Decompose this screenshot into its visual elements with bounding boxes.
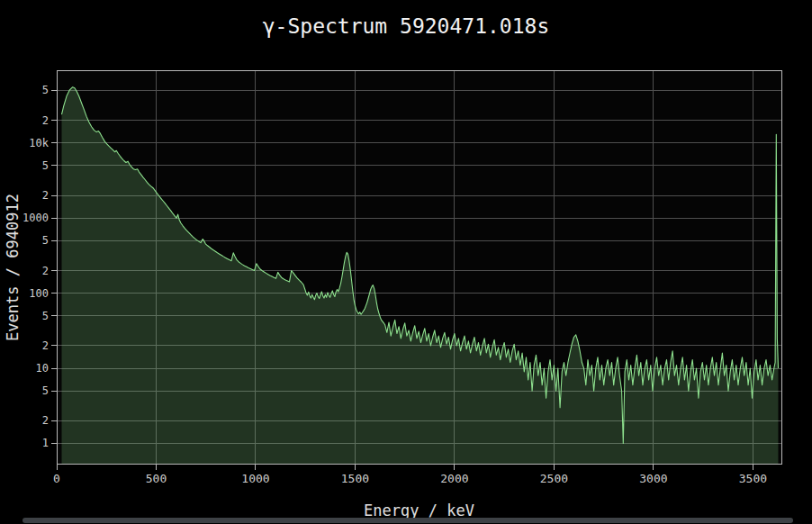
y-tick-label: 2 [42,114,49,127]
y-tick-label: 10k [29,137,49,149]
y-tick-label: 5 [42,384,49,397]
y-tick-label: 100 [29,287,49,300]
x-tick-label: 1000 [241,472,269,485]
y-tick-label: 2 [42,189,49,202]
y-tick-label: 1 [42,437,49,449]
y-tick-label: 2 [42,339,49,352]
x-tick-label: 2000 [440,472,468,485]
x-tick-label: 0 [53,472,60,485]
y-tick-label: 10 [36,362,49,375]
x-tick-label: 2500 [540,472,568,485]
x-tick-label: 1500 [341,472,369,485]
x-tick-label: 500 [146,472,167,485]
horizontal-scrollbar-thumb[interactable] [23,518,793,523]
y-tick-label: 1000 [23,212,49,224]
y-axis-title: Events / 6940912 [4,194,22,341]
y-tick-label: 5 [42,234,49,247]
y-tick-label: 5 [42,310,49,322]
y-tick-label: 2 [42,265,49,277]
spectrum-plot[interactable]: 0500100015002000250030003500125102510025… [0,0,812,524]
x-axis-title: Energy / keV [57,501,781,519]
y-tick-label: 2 [42,414,49,427]
y-tick-label: 5 [42,84,49,96]
x-tick-label: 3500 [739,472,767,485]
y-tick-label: 5 [42,159,49,172]
x-tick-label: 3000 [639,472,667,485]
